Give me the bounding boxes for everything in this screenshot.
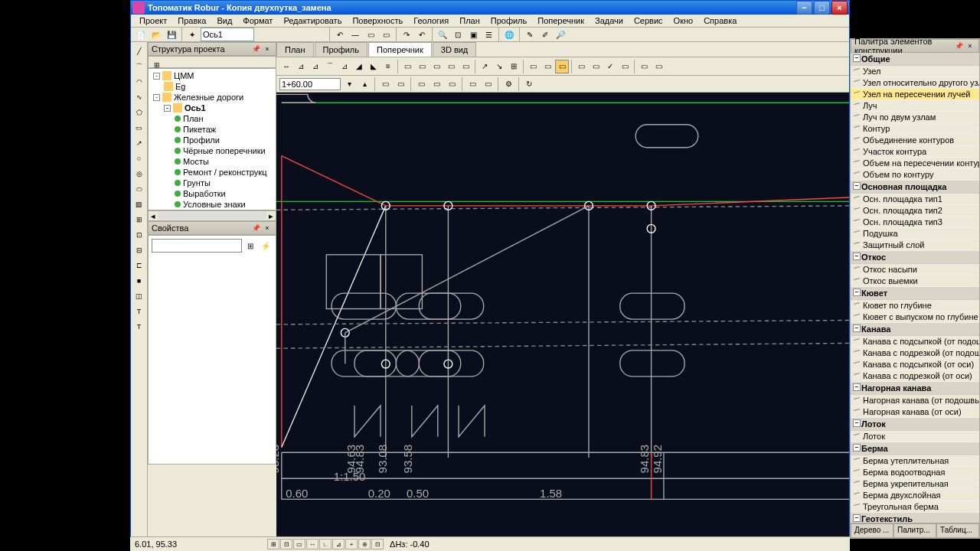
curve2-icon[interactable]: ↶ [415, 28, 429, 41]
tool2-icon[interactable]: ▭ [379, 28, 393, 41]
project-tree[interactable]: -ЦММEg-Железные дороги-Ось1ПланПикетажПр… [148, 68, 276, 210]
palette-item[interactable]: Подушка [851, 228, 979, 240]
vtb5-icon[interactable]: ▭ [445, 77, 459, 91]
edit-icon[interactable]: ✎ [523, 28, 537, 41]
prop-btn2-icon[interactable]: ⚡ [259, 239, 273, 253]
view-tab-Поперечник[interactable]: Поперечник [368, 42, 432, 57]
edit2-icon[interactable]: ✐ [538, 28, 552, 41]
pk-drop-icon[interactable]: ▾ [342, 77, 356, 91]
vt16-icon[interactable]: ⊞ [507, 60, 521, 73]
text-icon[interactable]: T [132, 305, 146, 318]
menu-Сервис[interactable]: Сервис [629, 15, 668, 27]
palette-item[interactable]: Откос насыпи [851, 264, 979, 276]
menu-Окно[interactable]: Окно [668, 15, 699, 27]
snap1-icon[interactable]: ⊞ [132, 213, 146, 227]
property-combo[interactable] [152, 239, 242, 253]
palette-item[interactable]: Берма двухслойная [851, 490, 979, 501]
vt22-icon[interactable]: ✓ [603, 60, 617, 73]
rp-tab-palette[interactable]: Палитр... [893, 523, 936, 538]
tree-node[interactable]: Чёрные поперечники [150, 145, 274, 156]
vt25-icon[interactable]: ▭ [652, 60, 665, 73]
palette-item[interactable]: Луч по двум узлам [851, 112, 979, 123]
palette-item[interactable]: Объем по контуру [851, 169, 979, 181]
sb6-icon[interactable]: ⊿ [332, 539, 345, 549]
undo-icon[interactable]: ↶ [333, 28, 347, 41]
palette-group[interactable]: Нагорная канава [851, 382, 979, 395]
axis-combo[interactable]: Ось1 [201, 28, 254, 41]
palette-item[interactable]: Осн. площадка тип1 [851, 194, 979, 205]
tool-icon[interactable]: ▭ [364, 28, 377, 41]
palette-group[interactable]: Геотекстиль [851, 513, 979, 523]
vt1-icon[interactable]: ↔ [279, 60, 293, 73]
view-tab-Профиль[interactable]: Профиль [315, 42, 368, 57]
palette-item[interactable]: Кювет по глубине [851, 300, 979, 311]
crop-icon[interactable]: ◫ [132, 289, 146, 303]
sb3-icon[interactable]: ▭ [293, 539, 305, 549]
pk-up-icon[interactable]: ▴ [358, 77, 371, 91]
close-panel4-icon[interactable]: × [965, 41, 975, 51]
vt24-icon[interactable]: ▭ [637, 60, 651, 73]
vtb6-icon[interactable]: ▭ [466, 77, 479, 91]
palette-item[interactable]: Канава с подрезкой (от оси) [851, 370, 979, 382]
arc-icon[interactable]: ◠ [132, 75, 146, 89]
tree-node[interactable]: Ремонт / реконструкц [150, 167, 274, 178]
palette-group[interactable]: Откос [851, 251, 979, 264]
pin2-icon[interactable]: 📌 [250, 223, 261, 233]
palette-item[interactable]: Берма водоотводная [851, 467, 979, 478]
palette-item[interactable]: Нагорная канава (от подошвы) [851, 395, 979, 406]
tree-node[interactable]: -Железные дороги [150, 92, 274, 103]
palette-group[interactable]: Канава [851, 323, 979, 336]
sb2-icon[interactable]: ⊡ [280, 539, 292, 549]
palette-item[interactable]: Канава с подсыпкой (от оси) [851, 359, 979, 370]
circle-icon[interactable]: ○ [132, 152, 146, 165]
palette-item[interactable]: Лоток [851, 431, 979, 442]
polygon-icon[interactable]: ⬠ [132, 106, 146, 119]
palette-item[interactable]: Нагорная канава (от оси) [851, 406, 979, 418]
vtb4-icon[interactable]: ▭ [430, 77, 443, 91]
palette-group[interactable]: Берма [851, 442, 979, 455]
vt23-icon[interactable]: ▭ [618, 60, 632, 73]
sb8-icon[interactable]: ⊕ [358, 539, 371, 549]
tree-node[interactable]: Выработки [150, 188, 274, 199]
vt3-icon[interactable]: ⊿ [309, 60, 322, 73]
palette-group[interactable]: Лоток [851, 418, 979, 431]
palette-item[interactable]: Осн. площадка тип3 [851, 217, 979, 228]
path-icon[interactable]: ↗ [132, 136, 146, 150]
snap3-icon[interactable]: ⊟ [132, 243, 146, 257]
redo-icon[interactable]: ― [348, 28, 362, 41]
palette-item[interactable]: Объем на пересечении контуров [851, 158, 979, 169]
vt14-icon[interactable]: ↗ [478, 60, 492, 73]
tree-node[interactable]: План [150, 113, 274, 124]
menu-Правка[interactable]: Правка [172, 15, 211, 27]
minimize-button[interactable]: − [796, 1, 812, 15]
sb5-icon[interactable]: ∟ [319, 539, 332, 549]
save-icon[interactable]: 💾 [165, 28, 178, 41]
axis-icon[interactable]: ✦ [185, 28, 199, 41]
palette-item[interactable]: Треугольная берма [851, 501, 979, 513]
tree-node[interactable]: Условные знаки [150, 199, 274, 210]
pin4-icon[interactable]: 📌 [953, 41, 964, 51]
palette-group[interactable]: Кювет [851, 287, 979, 300]
tree-node[interactable]: Пикетаж [150, 124, 274, 135]
close-panel-icon[interactable]: × [262, 44, 273, 54]
menu-Редактировать[interactable]: Редактировать [278, 15, 347, 27]
menu-Профиль[interactable]: Профиль [485, 15, 533, 27]
rp-tab-table[interactable]: Таблиц... [936, 523, 979, 538]
palette-item[interactable]: Узел относительно другого узла [851, 77, 979, 89]
view-tab-План[interactable]: План [276, 42, 314, 57]
sb9-icon[interactable]: ⊡ [371, 539, 384, 549]
vt2-icon[interactable]: ⊿ [294, 60, 308, 73]
vtb1-icon[interactable]: ▭ [378, 77, 392, 91]
tree-node[interactable]: Профили [150, 135, 274, 145]
menu-Справка[interactable]: Справка [698, 15, 742, 27]
vt17-icon[interactable]: ▭ [526, 60, 540, 73]
sb7-icon[interactable]: + [345, 539, 358, 549]
titlebar[interactable]: Топоматик Robur - Копия двухпутка_замена… [131, 1, 849, 15]
vt21-icon[interactable]: ▭ [589, 60, 603, 73]
palette-item[interactable]: Участок контура [851, 146, 979, 158]
menu-Поверхность[interactable]: Поверхность [347, 15, 408, 27]
sb4-icon[interactable]: ↔ [306, 539, 318, 549]
vt15-icon[interactable]: ↘ [492, 60, 506, 73]
sb1-icon[interactable]: ⊞ [267, 539, 279, 549]
vt5-icon[interactable]: ⊿ [338, 60, 351, 73]
